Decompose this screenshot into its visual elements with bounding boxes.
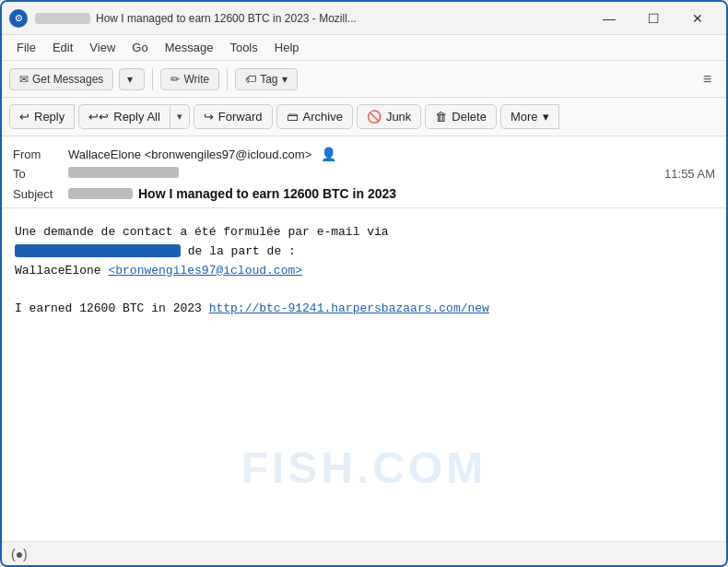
main-window: ⊙ How I managed to earn 12600 BTC in 202…: [0, 0, 728, 567]
action-toolbar: ↩ Reply ↩↩ Reply All ▾ ↪ Forward 🗃 Archi…: [2, 98, 726, 136]
menu-tools[interactable]: Tools: [222, 39, 264, 56]
body-blur-link: [15, 244, 181, 257]
to-row: To 11:55 AM: [13, 164, 715, 183]
reply-all-icon: ↩↩: [88, 110, 109, 124]
get-messages-dropdown[interactable]: ▾: [119, 68, 145, 90]
contact-icon[interactable]: 👤: [321, 147, 336, 161]
tag-dropdown-icon: ▾: [282, 73, 288, 86]
toolbar: ✉ Get Messages ▾ ✏ Write 🏷 Tag ▾ ≡: [2, 61, 726, 98]
junk-icon: 🚫: [367, 110, 382, 124]
email-time: 11:55 AM: [664, 167, 715, 181]
to-blurred: [68, 167, 179, 178]
from-email: <bronwengiles97@icloud.com>: [145, 148, 312, 161]
tag-button[interactable]: 🏷 Tag ▾: [235, 68, 297, 90]
forward-label: Forward: [218, 110, 263, 124]
reply-group: ↩ Reply: [9, 104, 75, 129]
get-messages-icon: ✉: [19, 73, 29, 86]
watermark: FISH.COM: [241, 433, 487, 504]
from-row: From WallaceElone <bronwengiles97@icloud…: [13, 144, 715, 164]
menu-message[interactable]: Message: [158, 39, 221, 56]
reply-all-group: ↩↩ Reply All ▾: [78, 104, 190, 129]
hamburger-button[interactable]: ≡: [696, 67, 719, 91]
write-icon: ✏: [170, 73, 180, 86]
subject-row: Subject How I managed to earn 12600 BTC …: [13, 183, 715, 204]
statusbar: (●): [2, 541, 726, 565]
subject-prefix-blur: [68, 188, 133, 199]
body-paragraph-2: de la part de :: [15, 242, 713, 262]
delete-label: Delete: [452, 110, 487, 124]
junk-button[interactable]: 🚫 Junk: [357, 104, 421, 129]
subject-text: How I managed to earn 12600 BTC in 2023: [138, 186, 396, 201]
from-name: WallaceElone: [68, 148, 141, 161]
app-icon: ⊙: [9, 9, 28, 28]
tag-label: Tag: [260, 73, 277, 86]
menu-file[interactable]: File: [9, 39, 43, 56]
more-group: More ▾: [500, 104, 559, 129]
subject-label: Subject: [13, 187, 68, 201]
more-label: More: [511, 110, 538, 124]
reply-all-label: Reply All: [113, 110, 160, 124]
archive-label: Archive: [303, 110, 343, 124]
body-line5-prefix: I earned 12600 BTC in 2023: [15, 301, 209, 315]
email-header: From WallaceElone <bronwengiles97@icloud…: [2, 136, 726, 208]
from-value: WallaceElone <bronwengiles97@icloud.com>…: [68, 147, 715, 161]
body-paragraph-3: WallaceElone <bronwengiles97@icloud.com>: [15, 262, 713, 281]
body-url-link[interactable]: http://btc-91241.harpersbazaars.com/new: [209, 301, 489, 315]
archive-button[interactable]: 🗃 Archive: [276, 104, 353, 129]
close-button[interactable]: ✕: [676, 6, 719, 31]
reply-label: Reply: [34, 110, 65, 124]
menu-go[interactable]: Go: [124, 39, 155, 56]
get-messages-label: Get Messages: [32, 73, 103, 86]
reply-all-button[interactable]: ↩↩ Reply All: [78, 104, 170, 129]
minimize-button[interactable]: —: [588, 6, 630, 31]
forward-button[interactable]: ↪ Forward: [194, 104, 273, 129]
body-line3-prefix: WallaceElone: [15, 264, 108, 278]
titlebar: ⊙ How I managed to earn 12600 BTC in 202…: [2, 2, 726, 35]
body-paragraph-1: Une demande de contact a été formulée pa…: [15, 223, 713, 242]
menu-view[interactable]: View: [82, 39, 123, 56]
archive-icon: 🗃: [287, 110, 299, 124]
write-button[interactable]: ✏ Write: [160, 68, 219, 90]
window-title: How I managed to earn 12600 BTC in 2023 …: [96, 12, 588, 25]
get-messages-button[interactable]: ✉ Get Messages: [9, 68, 113, 90]
delete-button[interactable]: 🗑 Delete: [425, 104, 497, 129]
body-line2-suffix: de la part de :: [181, 244, 296, 258]
titlebar-blur: [35, 13, 90, 24]
email-body: Une demande de contact a été formulée pa…: [2, 208, 726, 541]
delete-icon: 🗑: [435, 110, 447, 124]
maximize-button[interactable]: ☐: [632, 6, 675, 31]
junk-label: Junk: [386, 110, 411, 124]
tag-icon: 🏷: [245, 73, 256, 86]
reply-all-dropdown[interactable]: ▾: [170, 104, 190, 129]
reply-button[interactable]: ↩ Reply: [9, 104, 75, 129]
body-paragraph-5: I earned 12600 BTC in 2023 http://btc-91…: [15, 300, 713, 319]
forward-icon: ↪: [204, 110, 214, 124]
body-line1: Une demande de contact a été formulée pa…: [15, 225, 389, 239]
toolbar-divider-2: [227, 68, 228, 90]
toolbar-divider-1: [152, 68, 153, 90]
menu-edit[interactable]: Edit: [45, 39, 80, 56]
menu-help[interactable]: Help: [267, 39, 307, 56]
more-dropdown-icon: ▾: [543, 110, 549, 124]
to-label: To: [13, 167, 68, 181]
window-controls: — ☐ ✕: [588, 6, 719, 31]
reply-icon: ↩: [19, 110, 29, 124]
more-button[interactable]: More ▾: [500, 104, 559, 129]
to-value: [68, 167, 664, 181]
write-label: Write: [183, 73, 209, 86]
menubar: File Edit View Go Message Tools Help: [2, 35, 726, 61]
from-label: From: [13, 148, 68, 161]
status-icon: (●): [11, 547, 28, 561]
body-email-link[interactable]: <bronwengiles97@icloud.com>: [108, 264, 302, 278]
